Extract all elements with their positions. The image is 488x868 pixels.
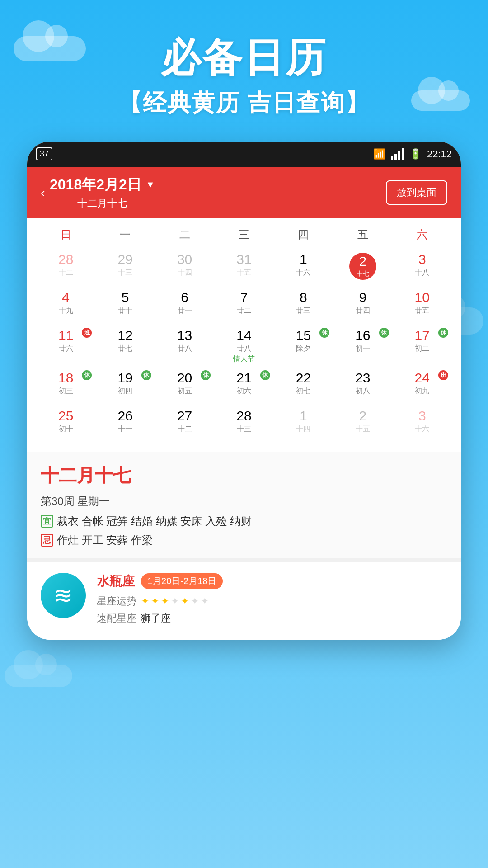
day-cell-24[interactable]: 班24初九 [393,368,452,405]
cal-date-main: 2018年2月2日 [50,175,141,195]
match-value: 狮子座 [141,612,171,625]
fortune-star-5: ✦ [181,595,189,607]
day-cell-4[interactable]: 4十九 [36,288,95,324]
day-lunar: 十二 [178,425,192,434]
cloud-decoration-4 [5,665,72,687]
day-cell-11[interactable]: 班11廿六 [36,326,95,367]
fortune-stars: ✦✦✦✦✦✦✦ [141,595,209,607]
day-lunar: 十六 [415,425,429,434]
bad-items: 作灶 开工 安葬 作梁 [57,533,153,547]
day-cell-18[interactable]: 休18初三 [36,368,95,405]
holiday-badge: 休 [260,370,270,380]
day-cell-2[interactable]: 2十五 [333,406,392,443]
day-lunar: 十八 [415,268,429,278]
day-cell-31[interactable]: 31十五 [214,250,273,286]
day-lunar: 廿七 [118,344,132,354]
day-cell-17[interactable]: 休17初二 [393,326,452,367]
day-number: 1 [300,409,307,423]
day-cell-25[interactable]: 25初十 [36,406,95,443]
day-cell-28[interactable]: 28十二 [36,250,95,286]
holiday-badge: 休 [319,328,329,338]
day-cell-9[interactable]: 9廿四 [333,288,392,324]
day-cell-23[interactable]: 23初八 [333,368,392,405]
day-lunar: 十五 [237,268,251,278]
day-cell-7[interactable]: 7廿二 [214,288,273,324]
phone-wrapper: 37 📶 🔋 22:12 ‹ 2018年2月2日 [0,142,488,640]
holiday-badge: 休 [82,370,92,380]
wifi-icon: 📶 [373,148,385,160]
day-lunar: 初六 [237,387,251,396]
bad-activities: 忌 作灶 开工 安葬 作梁 [41,533,447,547]
day-number: 31 [236,253,251,266]
notification-badge: 37 [36,147,52,160]
day-number: 9 [359,291,367,304]
zodiac-name: 水瓶座 [97,573,135,590]
day-cell-14[interactable]: 14廿八情人节 [214,326,273,367]
day-number: 24 [415,371,430,385]
weekday-四: 四 [274,223,333,246]
status-right: 📶 🔋 22:12 [373,148,452,160]
day-number: 14 [236,329,251,342]
day-cell-20[interactable]: 休20初五 [155,368,214,405]
weekday-日: 日 [36,223,95,246]
aquarius-symbol: ≋ [53,582,73,609]
day-lunar: 初九 [415,387,429,396]
day-number: 11 [58,329,73,342]
day-number: 22 [296,371,311,385]
phone-frame: 37 📶 🔋 22:12 ‹ 2018年2月2日 [27,142,461,640]
day-cell-22[interactable]: 22初七 [274,368,333,405]
calendar-grid: 日一二三四五六 28十二29十三30十四31十五1十六2十七3十八4十九5廿十6… [27,218,461,452]
zodiac-section: ≋ 水瓶座 1月20日-2月18日 星座运势 ✦✦✦✦✦✦✦ 速配星座 狮子座 [27,558,461,640]
day-lunar: 廿十 [118,306,132,316]
day-cell-16[interactable]: 休16初一 [333,326,392,367]
day-lunar: 初三 [59,387,73,396]
day-cell-6[interactable]: 6廿一 [155,288,214,324]
day-cell-15[interactable]: 休15除夕 [274,326,333,367]
dropdown-arrow-icon[interactable]: ▼ [146,179,155,190]
day-lunar: 廿四 [356,306,370,316]
day-cell-26[interactable]: 26十一 [95,406,155,443]
day-cell-1[interactable]: 1十四 [274,406,333,443]
day-lunar: 十九 [59,306,73,316]
calendar-header: ‹ 2018年2月2日 ▼ 十二月十七 放到桌面 [27,167,461,218]
day-number: 10 [415,291,430,304]
day-number: 30 [177,253,192,266]
day-cell-27[interactable]: 27十二 [155,406,214,443]
fortune-star-6: ✦ [191,595,199,607]
day-cell-1[interactable]: 1十六 [274,250,333,286]
zodiac-icon: ≋ [41,573,86,618]
day-cell-8[interactable]: 8廿三 [274,288,333,324]
day-lunar: 初五 [178,387,192,396]
day-cell-29[interactable]: 29十三 [95,250,155,286]
day-number: 13 [177,329,192,342]
fortune-star-2: ✦ [151,595,159,607]
day-cell-12[interactable]: 12廿七 [95,326,155,367]
day-cell-10[interactable]: 10廿五 [393,288,452,324]
day-cell-5[interactable]: 5廿十 [95,288,155,324]
day-number: 23 [355,371,370,385]
day-cell-13[interactable]: 13廿八 [155,326,214,367]
day-lunar: 廿二 [237,306,251,316]
today-inner: 2十七 [349,253,376,280]
day-number: 4 [62,291,70,304]
weekday-三: 三 [214,223,273,246]
day-cell-30[interactable]: 30十四 [155,250,214,286]
day-cell-21[interactable]: 休21初六 [214,368,273,405]
weekday-六: 六 [393,223,452,246]
day-cell-28[interactable]: 28十三 [214,406,273,443]
cal-title-block: 2018年2月2日 ▼ 十二月十七 [50,175,155,210]
prev-month-button[interactable]: ‹ [41,185,45,200]
day-cell-2[interactable]: 2十七 [333,250,392,286]
battery-icon: 🔋 [409,148,422,160]
day-lunar: 廿一 [178,306,192,316]
day-cell-19[interactable]: 休19初四 [95,368,155,405]
day-lunar: 初十 [59,425,73,434]
day-cell-3[interactable]: 3十八 [393,250,452,286]
fortune-star-3: ✦ [161,595,169,607]
add-to-desktop-button[interactable]: 放到桌面 [386,180,447,205]
zodiac-name-row: 水瓶座 1月20日-2月18日 [97,573,447,590]
days-grid: 28十二29十三30十四31十五1十六2十七3十八4十九5廿十6廿一7廿二8廿三… [36,250,452,443]
day-cell-3[interactable]: 3十六 [393,406,452,443]
day-number: 16 [355,329,370,342]
cal-date-sub: 十二月十七 [50,197,155,210]
